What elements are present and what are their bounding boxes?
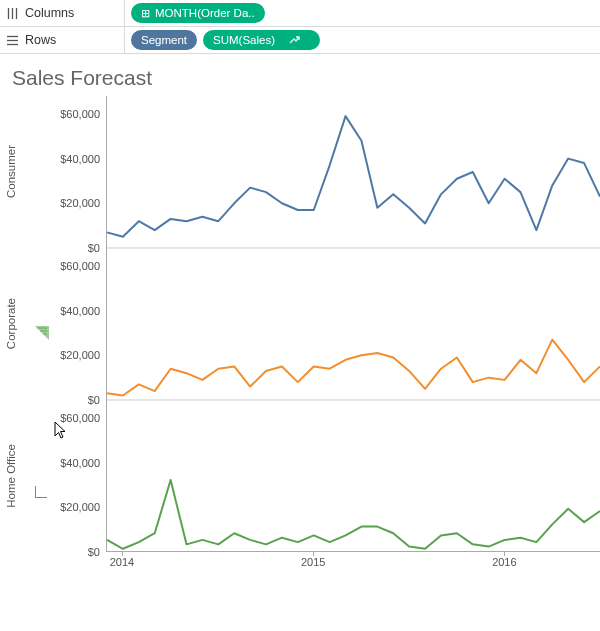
y-tick-label: $60,000 — [22, 108, 100, 120]
rows-pills[interactable]: Segment SUM(Sales) — [125, 27, 600, 53]
chart-panel: Corporate$0$20,000$40,000$60,000 — [0, 248, 600, 400]
line-series[interactable] — [107, 480, 600, 549]
pill-segment[interactable]: Segment — [131, 30, 197, 50]
pill-text: Segment — [141, 34, 187, 46]
segment-label: Home Office — [0, 400, 22, 552]
y-tick-label: $40,000 — [22, 305, 100, 317]
pill-month-orderdate[interactable]: ⊞ MONTH(Order Da.. — [131, 3, 265, 23]
x-tick-label: 2015 — [301, 556, 325, 568]
rows-icon — [6, 34, 19, 47]
y-tick-label: $20,000 — [22, 501, 100, 513]
chart-panel: Consumer$0$20,000$40,000$60,000 — [0, 96, 600, 248]
pill-text: MONTH(Order Da.. — [155, 7, 255, 19]
plot-area[interactable] — [106, 400, 600, 552]
y-tick-label: $40,000 — [22, 153, 100, 165]
worksheet: Sales Forecast Consumer$0$20,000$40,000$… — [0, 54, 600, 578]
x-tick-label: 2016 — [492, 556, 516, 568]
line-series[interactable] — [107, 340, 600, 396]
y-tick-label: $0 — [22, 546, 100, 558]
plot-area[interactable] — [106, 96, 600, 248]
x-axis: 201420152016 — [106, 552, 600, 578]
y-tick-label: $40,000 — [22, 457, 100, 469]
segment-label: Consumer — [0, 96, 22, 248]
columns-label-text: Columns — [25, 6, 74, 20]
segment-label-text: Corporate — [5, 298, 17, 349]
x-tick-label: 2014 — [110, 556, 134, 568]
y-tick-label: $60,000 — [22, 260, 100, 272]
columns-shelf-label: Columns — [0, 0, 125, 26]
segment-label-text: Home Office — [5, 444, 17, 508]
chart-panel: Home Office$0$20,000$40,000$60,000 — [0, 400, 600, 552]
y-axis: $0$20,000$40,000$60,000 — [22, 96, 106, 248]
pill-sum-sales[interactable]: SUM(Sales) — [203, 30, 320, 50]
plus-icon: ⊞ — [141, 7, 150, 20]
segment-label: Corporate — [0, 248, 22, 400]
rows-shelf[interactable]: Rows Segment SUM(Sales) — [0, 27, 600, 54]
plot-area[interactable] — [106, 248, 600, 400]
pill-text: SUM(Sales) — [213, 34, 275, 46]
segment-label-text: Consumer — [5, 145, 17, 198]
y-tick-label: $60,000 — [22, 412, 100, 424]
y-axis: $0$20,000$40,000$60,000 — [22, 248, 106, 400]
rows-label-text: Rows — [25, 33, 56, 47]
sheet-title[interactable]: Sales Forecast — [0, 66, 600, 90]
y-tick-label: $20,000 — [22, 349, 100, 361]
columns-pills[interactable]: ⊞ MONTH(Order Da.. — [125, 0, 600, 26]
line-series[interactable] — [107, 116, 600, 237]
chart-area[interactable]: Consumer$0$20,000$40,000$60,000Corporate… — [0, 96, 600, 578]
forecast-icon — [289, 34, 300, 47]
columns-shelf[interactable]: Columns ⊞ MONTH(Order Da.. — [0, 0, 600, 27]
rows-shelf-label: Rows — [0, 27, 125, 53]
y-tick-label: $20,000 — [22, 197, 100, 209]
columns-icon — [6, 7, 19, 20]
y-axis: $0$20,000$40,000$60,000 — [22, 400, 106, 552]
